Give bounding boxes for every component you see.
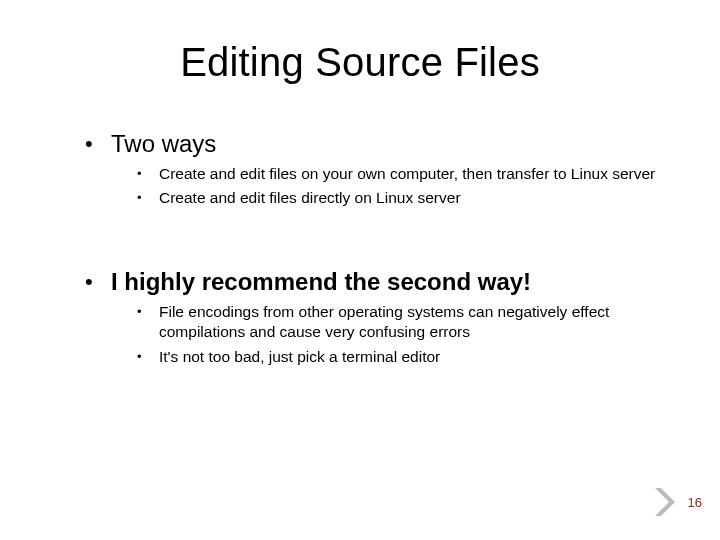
slide-body: • Two ways • Create and edit files on yo… [85,130,660,401]
spacer [85,242,660,268]
chevron-right-icon [652,486,678,518]
bullet-level2: • It's not too bad, just pick a terminal… [137,347,660,367]
bullet-dot: • [137,188,159,208]
bullet-level2: • Create and edit files on your own comp… [137,164,660,184]
bullet-dot: • [137,302,159,322]
bullet-text: I highly recommend the second way! [111,268,531,296]
bullet-text: File encodings from other operating syst… [159,302,660,342]
bullet-dot: • [85,268,111,296]
sub-bullet-list: • Create and edit files on your own comp… [137,164,660,208]
page-number: 16 [688,495,702,510]
bullet-dot: • [137,347,159,367]
bullet-level2: • File encodings from other operating sy… [137,302,660,342]
bullet-text: Two ways [111,130,216,158]
bullet-dot: • [137,164,159,184]
bullet-text: Create and edit files directly on Linux … [159,188,461,208]
bullet-text: Create and edit files on your own comput… [159,164,655,184]
bullet-dot: • [85,130,111,158]
bullet-level1: • Two ways [85,130,660,158]
slide-title: Editing Source Files [0,40,720,85]
bullet-level2: • Create and edit files directly on Linu… [137,188,660,208]
bullet-text: It's not too bad, just pick a terminal e… [159,347,440,367]
sub-bullet-list: • File encodings from other operating sy… [137,302,660,366]
bullet-level1: • I highly recommend the second way! [85,268,660,296]
slide: Editing Source Files • Two ways • Create… [0,0,720,540]
